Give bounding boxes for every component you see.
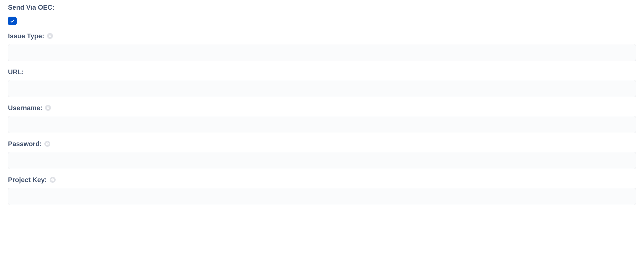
- help-icon[interactable]: [45, 105, 51, 111]
- input-project-key[interactable]: [8, 188, 636, 205]
- label-text-password: Password:: [8, 139, 42, 148]
- label-issue-type: Issue Type:: [8, 31, 636, 41]
- field-group-issue-type: Issue Type:: [8, 31, 636, 61]
- checkbox-send-via-oec-wrap[interactable]: [8, 17, 17, 25]
- label-text-project-key: Project Key:: [8, 175, 47, 184]
- field-group-send-via-oec: Send Via OEC:: [8, 3, 636, 25]
- field-group-project-key: Project Key:: [8, 175, 636, 205]
- help-icon[interactable]: [47, 33, 53, 39]
- field-group-password: Password:: [8, 139, 636, 169]
- check-icon: [10, 18, 15, 24]
- label-text-url: URL:: [8, 67, 24, 77]
- label-password: Password:: [8, 139, 636, 148]
- help-icon[interactable]: [44, 141, 50, 147]
- label-username: Username:: [8, 103, 636, 113]
- input-password[interactable]: [8, 152, 636, 169]
- label-send-via-oec: Send Via OEC:: [8, 3, 636, 12]
- input-url[interactable]: [8, 80, 636, 97]
- label-url: URL:: [8, 67, 636, 77]
- label-text-send-via-oec: Send Via OEC:: [8, 3, 55, 12]
- help-icon[interactable]: [50, 177, 56, 183]
- input-username[interactable]: [8, 116, 636, 133]
- label-text-username: Username:: [8, 103, 42, 113]
- label-text-issue-type: Issue Type:: [8, 31, 44, 41]
- field-group-username: Username:: [8, 103, 636, 133]
- input-issue-type[interactable]: [8, 44, 636, 61]
- label-project-key: Project Key:: [8, 175, 636, 184]
- field-group-url: URL:: [8, 67, 636, 97]
- checkbox-visual-send-via-oec: [8, 17, 17, 25]
